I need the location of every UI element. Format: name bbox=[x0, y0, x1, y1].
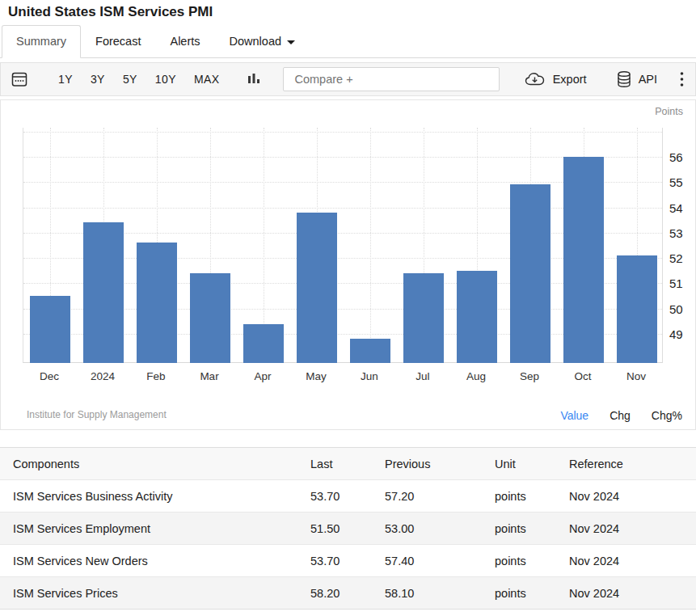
tab-label: Forecast bbox=[95, 35, 141, 48]
bar-feb[interactable] bbox=[137, 243, 177, 363]
bar-chart-icon bbox=[247, 72, 260, 86]
table-header-reference: Reference bbox=[569, 448, 696, 480]
tab-label: Download bbox=[230, 35, 282, 48]
bar-jun[interactable] bbox=[350, 339, 390, 363]
api-label: API bbox=[639, 73, 657, 86]
bar-nov[interactable] bbox=[617, 255, 657, 363]
mode-link-chg[interactable]: Chg bbox=[610, 409, 631, 422]
x-tick-label: Dec bbox=[23, 370, 76, 382]
cell-unit: points bbox=[495, 545, 569, 577]
y-tick-label: 50 bbox=[669, 302, 696, 316]
cell-unit: points bbox=[495, 513, 569, 545]
caret-down-icon bbox=[287, 40, 295, 44]
chart-mode-links: ValueChgChg% bbox=[560, 409, 682, 422]
x-tick-label: Mar bbox=[183, 370, 236, 382]
cell-component[interactable]: ISM Services Prices bbox=[0, 577, 310, 610]
table-header-unit: Unit bbox=[495, 448, 569, 480]
bar-aug[interactable] bbox=[457, 271, 497, 363]
range-button-5y[interactable]: 5Y bbox=[121, 70, 139, 89]
kebab-menu-icon bbox=[680, 71, 684, 87]
compare-input[interactable] bbox=[283, 67, 500, 91]
bar-chart-plot-area bbox=[23, 128, 663, 363]
y-tick-label: 53 bbox=[669, 226, 696, 240]
tab-label: Alerts bbox=[170, 35, 200, 48]
calendar-button[interactable] bbox=[11, 70, 28, 88]
calendar-icon bbox=[11, 70, 28, 88]
export-button[interactable]: Export bbox=[523, 68, 588, 91]
cell-reference: Nov 2024 bbox=[569, 545, 696, 577]
table-row[interactable]: ISM Services Prices58.2058.10pointsNov 2… bbox=[0, 577, 696, 610]
bar-2024[interactable] bbox=[83, 222, 124, 363]
cell-previous: 57.20 bbox=[385, 480, 495, 513]
bar-jul[interactable] bbox=[403, 273, 444, 363]
x-tick-label: Nov bbox=[610, 370, 663, 382]
table-row[interactable]: ISM Services Employment51.5053.00pointsN… bbox=[0, 513, 696, 545]
table-header-components: Components bbox=[0, 448, 310, 480]
chart-toolbar: 1Y3Y5Y10YMAX Export bbox=[0, 62, 696, 96]
cell-component[interactable]: ISM Services Business Activity bbox=[0, 480, 310, 513]
x-tick-label: Oct bbox=[556, 370, 610, 382]
y-axis-unit-label: Points bbox=[655, 106, 683, 117]
range-button-group: 1Y3Y5Y10YMAX bbox=[49, 70, 228, 89]
cell-component[interactable]: ISM Services Employment bbox=[0, 513, 310, 545]
tab-bar: SummaryForecastAlertsDownload bbox=[0, 23, 696, 58]
cell-reference: Nov 2024 bbox=[569, 577, 696, 610]
range-button-10y[interactable]: 10Y bbox=[154, 70, 178, 89]
bar-mar[interactable] bbox=[190, 273, 230, 363]
tab-summary[interactable]: Summary bbox=[2, 25, 81, 58]
more-options-button[interactable] bbox=[680, 71, 684, 87]
api-button[interactable]: API bbox=[614, 67, 659, 91]
range-button-3y[interactable]: 3Y bbox=[89, 70, 107, 89]
y-tick-label: 51 bbox=[669, 276, 696, 290]
tab-forecast[interactable]: Forecast bbox=[81, 25, 155, 58]
bar-sep[interactable] bbox=[510, 184, 550, 363]
chart-card: Points 4950515253545556 Dec2024FebMarApr… bbox=[0, 99, 696, 430]
tab-label: Summary bbox=[16, 35, 66, 48]
components-table: ComponentsLastPreviousUnitReference ISM … bbox=[0, 447, 696, 610]
mode-link-value[interactable]: Value bbox=[560, 409, 588, 422]
tab-download[interactable]: Download bbox=[215, 25, 310, 58]
table-row[interactable]: ISM Services Business Activity53.7057.20… bbox=[0, 480, 696, 513]
cell-last: 51.50 bbox=[310, 513, 385, 545]
cell-reference: Nov 2024 bbox=[569, 480, 696, 513]
table-row[interactable]: ISM Services New Orders53.7057.40pointsN… bbox=[0, 545, 696, 577]
bar-may[interactable] bbox=[297, 213, 337, 363]
bar-oct[interactable] bbox=[563, 157, 604, 363]
x-tick-label: Sep bbox=[503, 370, 556, 382]
cell-last: 53.70 bbox=[310, 480, 385, 513]
range-button-1y[interactable]: 1Y bbox=[57, 70, 74, 89]
y-tick-label: 56 bbox=[669, 150, 696, 164]
x-tick-label: Apr bbox=[236, 370, 289, 382]
x-tick-label: Aug bbox=[449, 370, 503, 382]
table-header-row: ComponentsLastPreviousUnitReference bbox=[0, 448, 696, 480]
database-icon bbox=[616, 70, 632, 88]
bar-dec[interactable] bbox=[30, 296, 70, 363]
v-gridline bbox=[370, 128, 371, 362]
y-tick-label: 54 bbox=[669, 201, 696, 215]
mode-link-chgpct[interactable]: Chg% bbox=[652, 409, 682, 422]
chart-source-label: Institute for Supply Management bbox=[27, 409, 167, 420]
y-tick-label: 52 bbox=[669, 251, 696, 265]
cell-reference: Nov 2024 bbox=[569, 513, 696, 545]
y-tick-label: 49 bbox=[669, 327, 696, 341]
y-tick-label: 55 bbox=[669, 175, 696, 189]
bar-apr[interactable] bbox=[243, 324, 284, 364]
range-button-max[interactable]: MAX bbox=[192, 70, 221, 89]
table-header-last: Last bbox=[310, 448, 385, 480]
page-title: United States ISM Services PMI bbox=[0, 0, 696, 23]
cell-unit: points bbox=[495, 577, 569, 610]
cell-previous: 57.40 bbox=[385, 545, 495, 577]
x-tick-label: May bbox=[289, 370, 343, 382]
h-gridline bbox=[23, 132, 662, 133]
chart-type-button[interactable] bbox=[247, 72, 260, 86]
cell-last: 53.70 bbox=[310, 545, 385, 577]
x-tick-label: Jul bbox=[396, 370, 449, 382]
tab-alerts[interactable]: Alerts bbox=[155, 25, 214, 58]
table-header-previous: Previous bbox=[385, 448, 495, 480]
cell-component[interactable]: ISM Services New Orders bbox=[0, 545, 310, 577]
cell-last: 58.20 bbox=[310, 577, 385, 610]
x-tick-label: Feb bbox=[129, 370, 183, 382]
cell-unit: points bbox=[495, 480, 569, 513]
x-tick-label: Jun bbox=[343, 370, 396, 382]
cloud-download-icon bbox=[525, 71, 546, 87]
